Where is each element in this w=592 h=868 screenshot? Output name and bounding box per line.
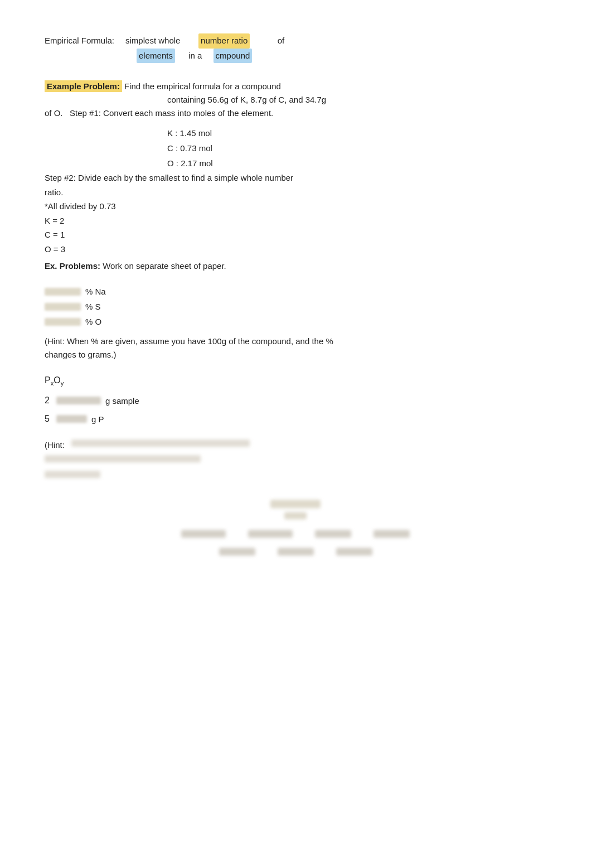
cell-1-2 [248,530,293,538]
ex-problems-text: Work on separate sheet of paper. [103,261,226,271]
pct-na-row: % Na [45,284,546,299]
cell-2-2 [278,548,314,556]
o-mol: O : 2.17 mol [167,156,546,171]
pct-s-row: % S [45,299,546,314]
pxoy-num1: 2 [45,393,50,409]
hint-text: (Hint: When % are given, assume you have… [45,335,546,348]
pxoy-row2: 5 g P [45,411,546,427]
bottom-row-2 [219,548,372,556]
hint2-label: (Hint: [45,438,546,452]
pxoy-formula: PxOy [45,373,546,389]
pct-na-text: % Na [85,284,106,299]
pxoy-row1-text: g sample [105,393,139,408]
hint2-blurred-row3 [45,470,546,483]
hint2-blurred-2 [45,455,201,462]
hint2-blurred-3 [45,471,100,478]
hint2-section: (Hint: [45,438,546,483]
bottom-title [45,500,546,521]
example-problem-text2: containing 56.6g of K, 8.7g of C, and 34… [167,93,546,107]
example-problem-section: Example Problem:Find the empirical formu… [45,80,546,120]
c-val: C = 1 [45,228,546,242]
number-ratio-highlight: number ratio [198,33,250,49]
pct-s-blurred [45,303,81,311]
pct-na-blurred [45,288,81,296]
pxoy-row1-blurred [56,397,101,404]
cell-2-3 [336,548,372,556]
bottom-title-blurred [270,500,321,508]
example-problem-text3: of O. Step #1: Convert each mass into mo… [45,107,546,120]
c-mol: C : 0.73 mol [167,141,546,156]
empirical-row1: simplest whole number ratio of [125,33,284,49]
pct-o-blurred [45,318,81,326]
step2-section: Step #2: Divide each by the smallest to … [45,171,546,256]
pxoy-rows: 2 g sample 5 g P [45,393,546,427]
sub-y: y [61,380,64,387]
cell-2-1 [219,548,255,556]
hint-section: (Hint: When % are given, assume you have… [45,335,546,361]
empirical-row2: elements in a cmpound [137,49,284,64]
bottom-subtitle-blurred [284,512,307,519]
pxoy-num2: 5 [45,411,50,427]
k-val: K = 2 [45,214,546,228]
bottom-rows [45,530,546,556]
of-text: of [278,35,285,47]
empirical-formula-label: Empirical Formula: [45,33,114,47]
bottom-section [45,500,546,556]
empirical-formula-text: simplest whole number ratio of elements … [125,33,284,63]
step1-text: Step #1: Convert each mass into moles of… [70,108,273,118]
pct-s-text: % S [85,299,101,314]
sub-x: x [51,380,54,387]
percentage-lines: % Na % S % O [45,284,546,329]
hint2-blurred-1 [71,440,250,447]
simplest-whole-text: simplest whole [125,35,180,47]
mol-lines: K : 1.45 mol C : 0.73 mol O : 2.17 mol [167,126,546,171]
step2c-text: *All divided by 0.73 [45,199,546,214]
ex-problems-section: Ex. Problems: Work on separate sheet of … [45,259,546,273]
page-content: Empirical Formula: simplest whole number… [45,33,546,556]
pxoy-row2-blurred [56,415,87,423]
pxoy-row2-text: g P [91,412,104,427]
cmpound-highlight: cmpound [213,49,253,64]
pct-o-text: % O [85,314,101,329]
cell-1-3 [315,530,351,538]
example-problem-label: Example Problem: [45,80,122,92]
ex-problems-label: Ex. Problems: [45,261,100,271]
step2-text: Step #2: Divide each by the smallest to … [45,171,546,185]
k-mol: K : 1.45 mol [167,126,546,141]
bottom-row-1 [181,530,410,538]
in-a-text: in a [188,50,202,62]
cell-1-1 [181,530,226,538]
pxoy-section: PxOy 2 g sample 5 g P [45,373,546,427]
hint2-text: changes to grams.) [45,348,546,361]
o-val: O = 3 [45,242,546,257]
step2b-text: ratio. [45,185,546,200]
pct-o-row: % O [45,314,546,329]
empirical-formula-section: Empirical Formula: simplest whole number… [45,33,546,63]
cell-1-4 [373,530,410,538]
example-problem-text1: Find the empirical formula for a compoun… [124,81,281,91]
elements-highlight: elements [137,49,175,64]
hint2-blurred-row2 [45,454,546,467]
pxoy-row1: 2 g sample [45,393,546,409]
